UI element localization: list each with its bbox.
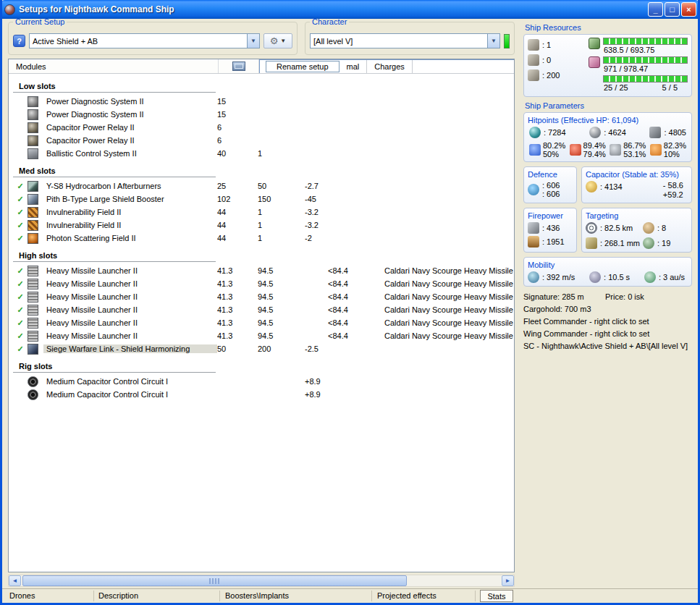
module-row[interactable]: ✓ Power Diagnostic System II 15 — [9, 108, 514, 121]
module-cap-value: -45 — [305, 195, 328, 203]
targeting-range-value: : 82.5 km — [600, 224, 633, 232]
skills-status-indicator — [504, 34, 510, 48]
scrollbar-thumb[interactable] — [22, 575, 407, 586]
module-row[interactable]: ✓ Heavy Missile Launcher II 41.3 94.5 <8… — [9, 277, 514, 290]
active-check-icon: ✓ — [13, 305, 28, 315]
defence-value-1: : 606 — [542, 181, 560, 190]
capacitor-recharge: +59.2 — [663, 190, 683, 200]
max-targets-value: : 8 — [657, 224, 666, 232]
armor-icon — [589, 127, 601, 138]
launcher-hardpoints-value: : 0 — [542, 56, 551, 64]
module-pg-value: 94.5 — [258, 279, 305, 288]
chevron-down-icon[interactable]: ▼ — [247, 34, 259, 48]
mobility-title: Mobility — [528, 261, 688, 269]
active-check-icon: ✓ — [13, 344, 28, 354]
tab-normal[interactable]: mal — [340, 60, 368, 73]
module-row[interactable]: ✓ Capacitor Power Relay II 6 — [9, 134, 514, 147]
divider — [475, 591, 476, 601]
siege-link-icon — [28, 344, 38, 355]
cpu-column-header[interactable] — [219, 59, 259, 73]
module-charge-name: Caldari Navy Scourge Heavy Missile — [384, 305, 514, 314]
firepower-title: Firepower — [528, 211, 573, 220]
module-row[interactable]: ✓ Invulnerability Field II 44 1 -3.2 — [9, 206, 514, 219]
module-name: Capacitor Power Relay II — [43, 123, 217, 132]
wing-commander-line[interactable]: Wing Commander - right click to set — [523, 328, 692, 340]
module-pg-value: 94.5 — [258, 266, 305, 275]
module-row[interactable]: ✓ Medium Capacitor Control Circuit I +8.… — [9, 388, 514, 401]
fleet-commander-line[interactable]: Fleet Commander - right click to set — [523, 316, 692, 328]
tab-projected-effects[interactable]: Projected effects — [377, 591, 437, 600]
scroll-left-icon[interactable]: ◄ — [9, 575, 21, 586]
module-row[interactable]: ✓ Heavy Missile Launcher II 41.3 94.5 <8… — [9, 316, 514, 329]
title-bar[interactable]: Setups for Nighthawk Command Ship _ □ × — [0, 0, 700, 19]
module-row[interactable]: ✓ Ballistic Control System II 40 1 — [9, 147, 514, 160]
module-row[interactable]: ✓ Power Diagnostic System II 15 — [9, 95, 514, 108]
tab-boosters-implants[interactable]: Boosters\Implants — [225, 591, 289, 600]
module-row[interactable]: ✓ Siege Warfare Link - Shield Harmonizin… — [9, 342, 514, 355]
shield-icon — [529, 127, 541, 138]
chevron-down-icon[interactable]: ▼ — [487, 34, 499, 48]
thermal-shield-resist: 89.4% — [583, 141, 606, 150]
module-cap-value: -3.2 — [305, 208, 328, 216]
module-row[interactable]: ✓ Capacitor Power Relay II 6 — [9, 121, 514, 134]
slot-section-header: High slots — [13, 250, 216, 262]
list-tabstrip: Rename setup mal Charges — [259, 59, 514, 73]
close-button[interactable]: × — [681, 2, 696, 17]
setup-select[interactable]: Active Shield + AB ▼ — [29, 33, 260, 48]
defence-icon — [528, 184, 539, 195]
invuln-icon — [28, 207, 38, 218]
help-icon[interactable]: ? — [13, 35, 25, 47]
kinetic-resist-cell: 86.7%53.1% — [610, 141, 646, 158]
scrollbar-track[interactable] — [21, 575, 502, 586]
stats-panel: Ship Resources : 1 : 0 : 200 638.5 / 693… — [516, 19, 698, 588]
minimize-button[interactable]: _ — [648, 2, 663, 17]
module-row[interactable]: ✓ Medium Capacitor Control Circuit I +8.… — [9, 375, 514, 388]
module-row[interactable]: ✓ Invulnerability Field II 44 1 -3.2 — [9, 219, 514, 232]
module-cpu-value: 41.3 — [217, 266, 258, 275]
module-row[interactable]: ✓ Heavy Missile Launcher II 41.3 94.5 <8… — [9, 264, 514, 277]
slot-section-header: Med slots — [13, 165, 216, 177]
structure-hp-value: : 4805 — [664, 128, 686, 137]
rename-setup-item[interactable]: Rename setup — [266, 61, 340, 72]
cap-circuit-icon — [28, 389, 38, 400]
scroll-right-icon[interactable]: ► — [502, 575, 514, 586]
tools-button[interactable]: ⚙ ▼ — [263, 33, 292, 48]
maximize-button[interactable]: □ — [665, 2, 680, 17]
armor-hp-value: : 4624 — [604, 128, 626, 137]
module-row[interactable]: ✓ Heavy Missile Launcher II 41.3 94.5 <8… — [9, 303, 514, 316]
gear-icon: ⚙ — [270, 36, 279, 46]
capacitor-title: Capacitor (Stable at: 35%) — [586, 170, 688, 179]
explosive-shield-resist: 82.3% — [664, 141, 686, 150]
tab-drones[interactable]: Drones — [9, 591, 35, 600]
module-row[interactable]: ✓ Heavy Missile Launcher II 41.3 94.5 <8… — [9, 290, 514, 303]
slot-section: Low slots ✓ Power Diagnostic System II 1… — [9, 80, 514, 160]
active-check-icon: ✓ — [13, 331, 28, 341]
tab-charges[interactable]: Charges — [367, 60, 413, 73]
character-select[interactable]: [All level V] ▼ — [310, 33, 500, 48]
missile-launcher-icon — [28, 292, 38, 302]
module-row[interactable]: ✓ Pith B-Type Large Shield Booster 102 1… — [9, 192, 514, 206]
character-label: Character — [310, 19, 349, 26]
module-name: Medium Capacitor Control Circuit I — [43, 390, 217, 399]
price-value: Price: 0 isk — [605, 291, 644, 303]
module-name: Photon Scattering Field II — [43, 234, 217, 242]
tab-stats[interactable]: Stats — [480, 590, 513, 602]
targeting-box: Targeting : 82.5 km : 8 : 268.1 mm : 19 — [581, 208, 692, 253]
modules-column-header[interactable]: Modules — [9, 59, 219, 73]
module-pg-value: 150 — [258, 195, 305, 203]
explosive-armor-resist: 10% — [664, 150, 686, 158]
module-pg-value: 1 — [258, 221, 305, 229]
mobility-box: Mobility : 392 m/s : 10.5 s : 3 au/s — [523, 257, 692, 287]
module-name: Siege Warfare Link - Shield Harmonizing — [43, 344, 217, 353]
tab-description[interactable]: Description — [98, 591, 138, 600]
horizontal-scrollbar[interactable]: ◄ ► — [8, 575, 515, 587]
rig-slots-value: 5 / 5 — [662, 83, 678, 92]
capacitor-amount: : 4134 — [600, 182, 623, 191]
speed-value: : 392 m/s — [542, 273, 575, 282]
module-row[interactable]: ✓ Photon Scattering Field II 44 1 -2 — [9, 232, 514, 245]
module-row[interactable]: ✓ Y-S8 Hydrocarbon I Afterburners 25 50 … — [9, 179, 514, 192]
module-cap-value: -3.2 — [305, 221, 328, 229]
em-shield-resist: 80.2% — [543, 141, 565, 150]
module-pg-value: 94.5 — [258, 331, 305, 340]
module-row[interactable]: ✓ Heavy Missile Launcher II 41.3 94.5 <8… — [9, 329, 514, 342]
